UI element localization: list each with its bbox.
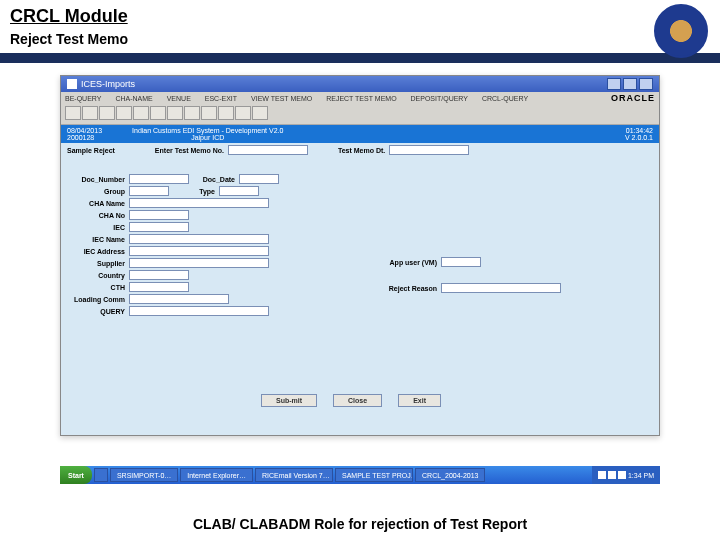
- menu-item[interactable]: ESC-EXIT: [205, 95, 237, 102]
- iec-address-input[interactable]: [129, 246, 269, 256]
- status-date: 08/04/2013: [67, 127, 102, 134]
- field-label: IEC Address: [67, 248, 129, 255]
- status-system: Indian Customs EDI System - Development …: [132, 127, 283, 134]
- field-label: Group: [67, 188, 129, 195]
- field-label: Supplier: [67, 260, 129, 267]
- tray-icon[interactable]: [608, 471, 616, 479]
- field-label: Reject Reason: [371, 285, 441, 292]
- menu-item[interactable]: DEPOSIT/QUERY: [411, 95, 468, 102]
- field-label: Test Memo Dt.: [338, 147, 385, 154]
- status-code: 2000128: [67, 134, 102, 141]
- field-label: Loading Comm: [67, 296, 129, 303]
- section-title: Sample Reject: [67, 147, 115, 154]
- taskbar-item[interactable]: RICEmail Version 7…: [255, 468, 333, 482]
- field-label: Country: [67, 272, 129, 279]
- iec-name-input[interactable]: [129, 234, 269, 244]
- toolbar-button[interactable]: [133, 106, 149, 120]
- supplier-input[interactable]: [129, 258, 269, 268]
- toolbar-button[interactable]: [150, 106, 166, 120]
- slide-caption: CLAB/ CLABADM Role for rejection of Test…: [0, 516, 720, 532]
- tray-icon[interactable]: [598, 471, 606, 479]
- minimize-button[interactable]: [607, 78, 621, 90]
- toolbar-button[interactable]: [235, 106, 251, 120]
- start-button[interactable]: Start: [60, 466, 92, 484]
- toolbar-button[interactable]: [99, 106, 115, 120]
- field-label: App user (VM): [371, 259, 441, 266]
- field-label: CHA No: [67, 212, 129, 219]
- toolbar-button[interactable]: [184, 106, 200, 120]
- page-title: CRCL Module: [10, 6, 710, 27]
- menubar: BE-QUERY CHA-NAME VENUE ESC-EXIT VIEW TE…: [61, 92, 659, 104]
- group-input[interactable]: [129, 186, 169, 196]
- test-memo-no-input[interactable]: [228, 145, 308, 155]
- doc-number-input[interactable]: [129, 174, 189, 184]
- country-input[interactable]: [129, 270, 189, 280]
- menu-item[interactable]: VIEW TEST MEMO: [251, 95, 312, 102]
- field-label: Enter Test Memo No.: [155, 147, 224, 154]
- status-strip: 08/04/2013 2000128 Indian Customs EDI Sy…: [61, 125, 659, 143]
- field-label: CTH: [67, 284, 129, 291]
- field-label: QUERY: [67, 308, 129, 315]
- iec-input[interactable]: [129, 222, 189, 232]
- field-label: Doc_Date: [189, 176, 239, 183]
- emblem-logo: [654, 4, 708, 58]
- app-window: ICES-Imports BE-QUERY CHA-NAME VENUE ESC…: [60, 75, 660, 436]
- status-version: V 2.0.0.1: [625, 134, 653, 141]
- exit-button[interactable]: Exit: [398, 394, 441, 407]
- field-label: Type: [169, 188, 219, 195]
- menu-item[interactable]: REJECT TEST MEMO: [326, 95, 396, 102]
- toolbar-button[interactable]: [252, 106, 268, 120]
- brand-label: ORACLE: [611, 93, 655, 103]
- query-input[interactable]: [129, 306, 269, 316]
- taskbar-item[interactable]: SAMPLE TEST PROJ…: [335, 468, 413, 482]
- taskbar-item[interactable]: SRSIMPORT-0…: [110, 468, 178, 482]
- menu-item[interactable]: CHA-NAME: [115, 95, 152, 102]
- taskbar-item[interactable]: [94, 468, 108, 482]
- menu-item[interactable]: CRCL-QUERY: [482, 95, 528, 102]
- clock: 1:34 PM: [628, 472, 654, 479]
- reject-reason-input[interactable]: [441, 283, 561, 293]
- toolbar: [61, 104, 659, 125]
- field-label: IEC Name: [67, 236, 129, 243]
- toolbar-button[interactable]: [65, 106, 81, 120]
- status-location: Jaipur ICD: [132, 134, 283, 141]
- field-label: IEC: [67, 224, 129, 231]
- toolbar-button[interactable]: [201, 106, 217, 120]
- app-icon: [67, 79, 77, 89]
- close-button[interactable]: Close: [333, 394, 382, 407]
- form-area: Sample Reject Enter Test Memo No. Test M…: [61, 143, 659, 423]
- page-subtitle: Reject Test Memo: [10, 31, 710, 47]
- field-label: CHA Name: [67, 200, 129, 207]
- toolbar-button[interactable]: [218, 106, 234, 120]
- menu-item[interactable]: BE-QUERY: [65, 95, 101, 102]
- maximize-button[interactable]: [623, 78, 637, 90]
- status-time: 01:34:42: [625, 127, 653, 134]
- window-title: ICES-Imports: [81, 79, 135, 89]
- window-titlebar: ICES-Imports: [61, 76, 659, 92]
- test-memo-dt-input[interactable]: [389, 145, 469, 155]
- taskbar-item[interactable]: Internet Explorer…: [180, 468, 253, 482]
- taskbar: Start SRSIMPORT-0… Internet Explorer… RI…: [60, 466, 660, 484]
- cha-name-input[interactable]: [129, 198, 269, 208]
- toolbar-button[interactable]: [82, 106, 98, 120]
- loading-comm-input[interactable]: [129, 294, 229, 304]
- submit-button[interactable]: Sub-mit: [261, 394, 317, 407]
- doc-date-input[interactable]: [239, 174, 279, 184]
- cha-no-input[interactable]: [129, 210, 189, 220]
- toolbar-button[interactable]: [167, 106, 183, 120]
- content-area: 08/04/2013 2000128 Indian Customs EDI Sy…: [61, 125, 659, 435]
- approver-input[interactable]: [441, 257, 481, 267]
- tray-icon[interactable]: [618, 471, 626, 479]
- toolbar-button[interactable]: [116, 106, 132, 120]
- type-input[interactable]: [219, 186, 259, 196]
- close-button[interactable]: [639, 78, 653, 90]
- cth-input[interactable]: [129, 282, 189, 292]
- divider-bar: [0, 53, 720, 63]
- system-tray[interactable]: 1:34 PM: [592, 466, 660, 484]
- field-label: Doc_Number: [67, 176, 129, 183]
- taskbar-item[interactable]: CRCL_2004-2013: [415, 468, 485, 482]
- menu-item[interactable]: VENUE: [167, 95, 191, 102]
